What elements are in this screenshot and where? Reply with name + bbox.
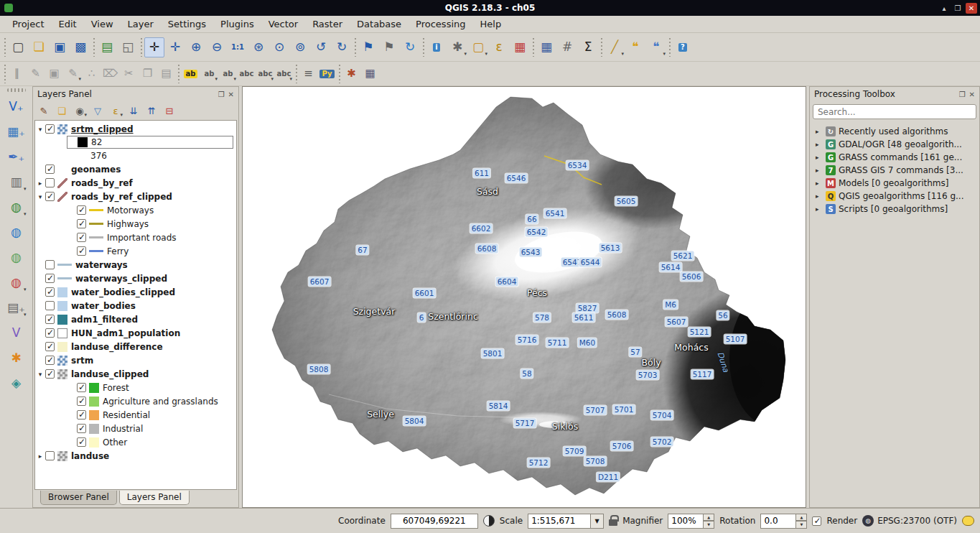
- layer-row[interactable]: waterways_clipped: [35, 272, 236, 285]
- move-label[interactable]: abc: [238, 65, 256, 83]
- save-project[interactable]: ▣: [50, 37, 70, 57]
- layer-label[interactable]: water_bodies: [71, 301, 136, 311]
- algorithm-group-label[interactable]: GDAL/OGR [48 geoalgorith...: [839, 139, 962, 149]
- layer-row[interactable]: landuse: [35, 449, 236, 463]
- new-shapefile-layer[interactable]: V: [6, 322, 27, 343]
- change-label[interactable]: abc: [275, 65, 293, 83]
- panel-tab[interactable]: Layers Panel: [119, 491, 190, 505]
- layer-row[interactable]: waterways: [35, 258, 236, 272]
- layer-row[interactable]: landuse_difference: [35, 340, 236, 353]
- copy-features[interactable]: ❐: [139, 65, 157, 83]
- zoom-native[interactable]: 1:1: [228, 37, 248, 57]
- layer-checkbox[interactable]: [45, 328, 55, 338]
- layer-checkbox[interactable]: [45, 164, 55, 174]
- paste-features[interactable]: ▤: [157, 65, 175, 83]
- layer-checkbox[interactable]: [77, 410, 86, 420]
- layer-label[interactable]: Other: [103, 437, 127, 448]
- open-attribute-table[interactable]: ▦: [536, 37, 556, 57]
- measure[interactable]: ╱: [605, 37, 625, 57]
- new-bookmark[interactable]: ⚑: [358, 37, 378, 57]
- algorithm-group-label[interactable]: Scripts [0 geoalgorithms]: [839, 204, 948, 214]
- layer-checkbox[interactable]: [77, 219, 86, 228]
- toolbar-button[interactable]: [2, 65, 7, 83]
- layer-row[interactable]: 82: [67, 136, 233, 149]
- layer-checkbox[interactable]: [45, 342, 55, 351]
- help-contents[interactable]: ?: [673, 37, 693, 57]
- close-panel-icon[interactable]: [969, 91, 975, 98]
- advanced-digitizing[interactable]: ∥: [8, 65, 26, 83]
- layer-row[interactable]: adm1_filtered: [35, 312, 236, 326]
- spin-up-icon[interactable]: ▲: [704, 514, 714, 522]
- message-log-icon[interactable]: [962, 516, 974, 526]
- toolbar-button[interactable]: [599, 38, 604, 57]
- filter-legend[interactable]: ▽: [90, 103, 106, 119]
- toolbar-button[interactable]: [2, 38, 7, 57]
- menu-item[interactable]: Project: [6, 17, 50, 32]
- toolbar-button[interactable]: [294, 65, 299, 83]
- layer-row[interactable]: water_bodies_clipped: [35, 285, 236, 299]
- expander-icon[interactable]: [816, 193, 823, 200]
- add-oracle-layer[interactable]: ◍: [6, 272, 27, 293]
- layer-row[interactable]: Ferry: [67, 244, 236, 258]
- zoom-in[interactable]: ⊕: [186, 37, 206, 57]
- layer-checkbox[interactable]: [77, 233, 86, 242]
- algorithm-group-row[interactable]: S Scripts [0 geoalgorithms]: [810, 203, 979, 215]
- layer-label[interactable]: Highways: [107, 219, 149, 229]
- scale-input[interactable]: [528, 514, 591, 529]
- text-annotation[interactable]: ❝: [646, 37, 666, 57]
- layer-row[interactable]: Agriculture and grasslands: [67, 394, 236, 408]
- layer-checkbox[interactable]: [45, 301, 55, 310]
- pan-to-selection[interactable]: ✛: [165, 37, 185, 57]
- add-group[interactable]: ❏: [54, 103, 70, 119]
- layer-checkbox[interactable]: [77, 205, 86, 215]
- layer-row[interactable]: Forest: [67, 381, 236, 394]
- close-button[interactable]: [966, 3, 977, 14]
- algorithm-group-label[interactable]: QGIS geoalgorithms [116 g...: [839, 191, 964, 201]
- expander-icon[interactable]: [35, 453, 45, 460]
- layer-row[interactable]: geonames: [35, 162, 236, 176]
- menu-item[interactable]: Settings: [162, 17, 213, 32]
- layer-checkbox[interactable]: [77, 397, 86, 406]
- layer-row[interactable]: roads_by_ref_clipped: [35, 190, 236, 203]
- layer-label[interactable]: landuse_clipped: [71, 369, 149, 379]
- layer-checkbox[interactable]: [77, 246, 86, 256]
- scale-lock-icon[interactable]: [609, 519, 617, 526]
- coordinate-input[interactable]: [391, 514, 478, 529]
- toolbar-button[interactable]: [176, 65, 181, 83]
- crs-status[interactable]: ◍ EPSG:23700 (OTF): [862, 515, 957, 527]
- layer-checkbox[interactable]: [77, 424, 86, 433]
- manage-visibility[interactable]: ◉: [72, 103, 88, 119]
- rotation-input[interactable]: [760, 514, 796, 529]
- layer-label[interactable]: srtm: [71, 356, 93, 366]
- open-layer-styling[interactable]: ✎: [36, 103, 52, 119]
- algorithm-group-label[interactable]: Recently used algorithms: [839, 126, 948, 136]
- toolbar-button[interactable]: [531, 38, 536, 57]
- layer-labeling-options[interactable]: ab: [182, 65, 200, 83]
- layer-label[interactable]: Ferry: [107, 246, 129, 256]
- layer-row[interactable]: 376: [67, 149, 236, 162]
- algorithm-group-label[interactable]: GRASS GIS 7 commands [3...: [839, 165, 963, 175]
- osm-tools[interactable]: ✱: [342, 65, 360, 83]
- cut-features[interactable]: ✂: [120, 65, 138, 83]
- georeferencer[interactable]: ▦: [361, 65, 379, 83]
- save-project-as[interactable]: ▩: [70, 37, 90, 57]
- current-edits[interactable]: ✎: [64, 65, 82, 83]
- layer-row[interactable]: Industrial: [67, 422, 236, 435]
- rotate-label[interactable]: abc: [256, 65, 274, 83]
- zoom-to-selection[interactable]: ⊙: [269, 37, 289, 57]
- float-panel-icon[interactable]: [218, 91, 225, 98]
- new-print-composer[interactable]: ▤: [97, 37, 117, 57]
- layer-row[interactable]: srtm: [35, 353, 236, 367]
- python-console[interactable]: Py: [318, 65, 336, 83]
- layer-checkbox[interactable]: [45, 178, 55, 187]
- layer-checkbox[interactable]: [77, 383, 86, 392]
- layer-checkbox[interactable]: [45, 260, 55, 269]
- expander-icon[interactable]: [816, 141, 823, 148]
- map-tips[interactable]: ❝: [625, 37, 645, 57]
- scale-dropdown-icon[interactable]: ▼: [591, 514, 604, 529]
- menu-item[interactable]: Vector: [262, 17, 304, 32]
- algorithm-group-label[interactable]: Models [0 geoalgorithms]: [839, 178, 948, 188]
- show-hide-labels[interactable]: ab: [219, 65, 237, 83]
- toolbar-button[interactable]: [337, 65, 342, 83]
- add-vector-layer[interactable]: V₊: [6, 96, 27, 117]
